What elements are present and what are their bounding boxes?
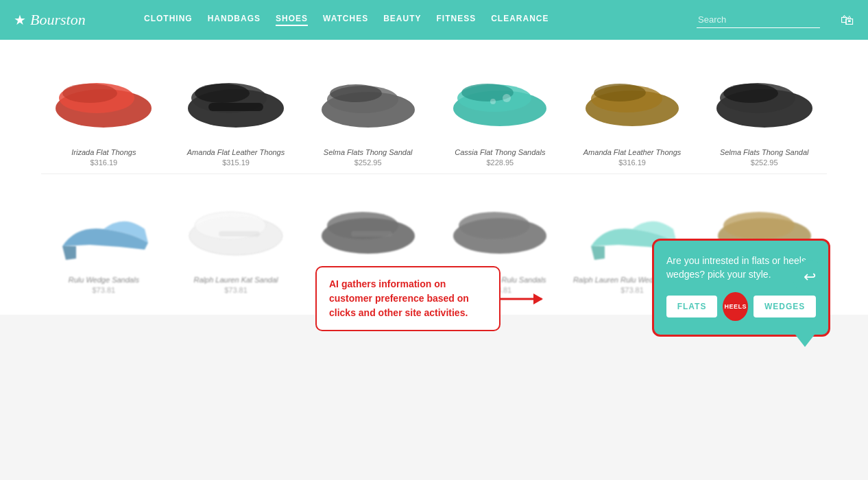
product-price: $316.19 (618, 158, 646, 167)
product-image (310, 53, 426, 143)
product-image (442, 181, 558, 270)
logo-text: Bourston (30, 11, 86, 29)
product-name: Cassia Flat Thong Sandals (455, 148, 545, 156)
product-image (706, 53, 823, 143)
style-btn-flats[interactable]: FLATS (666, 296, 718, 317)
product-price: $252.95 (354, 158, 382, 167)
product-image (178, 53, 294, 143)
heels-label: HEELS (724, 303, 747, 310)
logo-star-icon: ★ (14, 12, 26, 28)
product-name: Rulu Wedge Sandals (69, 276, 139, 284)
main-content: Irizada Flat Thongs $316.19 Amanda Flat … (0, 40, 868, 315)
product-name: Amanda Flat Leather Thongs (187, 148, 285, 156)
product-price: $316.19 (90, 158, 117, 167)
nav-beauty[interactable]: BEAUTY (383, 14, 421, 26)
style-buttons: FLATS HEELS WEDGES (666, 292, 816, 321)
svg-point-14 (490, 99, 496, 104)
nav-clearance[interactable]: CLEARANCE (491, 14, 548, 26)
shoe-svg-brown (577, 60, 687, 136)
product-image (574, 53, 690, 143)
product-card[interactable]: Ralph Lauren Kat Sandal $73.81 (173, 181, 299, 294)
shoe-svg-black2 (710, 60, 819, 136)
svg-point-13 (503, 94, 511, 102)
shoe-svg-gray (313, 60, 423, 136)
tooltip-box: AI gathers information on customer prefe… (315, 266, 501, 331)
product-card[interactable]: Selma Flats Thong Sandal $252.95 (305, 53, 431, 167)
shoe-svg-teal (445, 60, 555, 136)
product-card[interactable]: Rulu Wedge Sandals $73.81 (41, 181, 167, 294)
svg-rect-26 (351, 231, 392, 237)
row-divider (41, 173, 827, 174)
product-image (442, 53, 558, 143)
product-card[interactable]: Selma Flats Thong Sandal $252.95 (701, 53, 827, 167)
tooltip-arrow (501, 292, 542, 306)
svg-point-17 (594, 84, 646, 101)
product-image (310, 181, 426, 270)
product-name: Ralph Lauren Kat Sandal (194, 276, 278, 284)
ai-tooltip: AI gathers information on customer prefe… (315, 266, 542, 331)
nav-handbags[interactable]: HANDBAGS (208, 14, 261, 26)
shoe-svg-black4 (445, 184, 555, 267)
logo[interactable]: ★ Bourston (14, 11, 123, 29)
shoe-svg-black (181, 60, 291, 136)
product-name: Selma Flats Thong Sandal (324, 148, 413, 156)
svg-point-28 (459, 212, 530, 239)
product-price: $73.81 (93, 286, 116, 294)
svg-point-9 (330, 84, 382, 102)
header: ★ Bourston CLOTHING HANDBAGS SHOES WATCH… (0, 0, 868, 40)
shoe-svg-wedge-blue (49, 184, 158, 267)
nav-shoes[interactable]: SHOES (276, 14, 308, 26)
product-image (178, 181, 294, 270)
svg-rect-23 (219, 231, 260, 237)
product-price: $73.81 (620, 286, 644, 294)
product-price: $73.81 (224, 286, 248, 294)
svg-rect-6 (208, 103, 263, 111)
product-image (45, 53, 162, 143)
shoe-svg-red (49, 60, 158, 136)
main-nav: CLOTHING HANDBAGS SHOES WATCHES BEAUTY F… (144, 14, 676, 26)
product-image (45, 181, 162, 270)
svg-point-30 (723, 212, 795, 239)
nav-watches[interactable]: WATCHES (323, 14, 368, 26)
svg-point-2 (62, 84, 117, 103)
svg-point-5 (195, 84, 250, 103)
nav-fitness[interactable]: FITNESS (436, 14, 476, 26)
chat-bubble-icon: ↩ (804, 268, 816, 286)
shoe-svg-black3 (313, 184, 423, 267)
arrow-head (533, 293, 543, 304)
product-card[interactable]: Cassia Flat Thong Sandals $228.95 (437, 53, 563, 167)
tooltip-text: AI gathers information on customer prefe… (329, 278, 469, 318)
product-price: $315.19 (222, 158, 250, 167)
product-name: Selma Flats Thong Sandal (720, 148, 809, 156)
product-name: Irizada Flat Thongs (71, 148, 136, 156)
cart-icon[interactable]: 🛍 (841, 12, 854, 28)
product-name: Amanda Flat Leather Thongs (583, 148, 681, 156)
product-card[interactable]: Irizada Flat Thongs $316.19 (41, 53, 167, 167)
products-row-1: Irizada Flat Thongs $316.19 Amanda Flat … (41, 53, 827, 167)
search-input[interactable] (697, 12, 820, 28)
product-price: $252.95 (751, 158, 778, 167)
chat-bubble-button[interactable]: ↩ (793, 260, 827, 294)
product-card[interactable]: Amanda Flat Leather Thongs $316.19 (570, 53, 695, 167)
style-btn-heels[interactable]: HEELS (723, 292, 748, 321)
style-btn-wedges[interactable]: WEDGES (754, 296, 816, 317)
svg-point-20 (723, 84, 778, 103)
search-area (697, 12, 820, 28)
product-price: $228.95 (486, 158, 514, 167)
nav-clothing[interactable]: CLOTHING (144, 14, 193, 26)
product-card[interactable]: Amanda Flat Leather Thongs $315.19 (173, 53, 299, 167)
shoe-svg-white (181, 184, 291, 267)
